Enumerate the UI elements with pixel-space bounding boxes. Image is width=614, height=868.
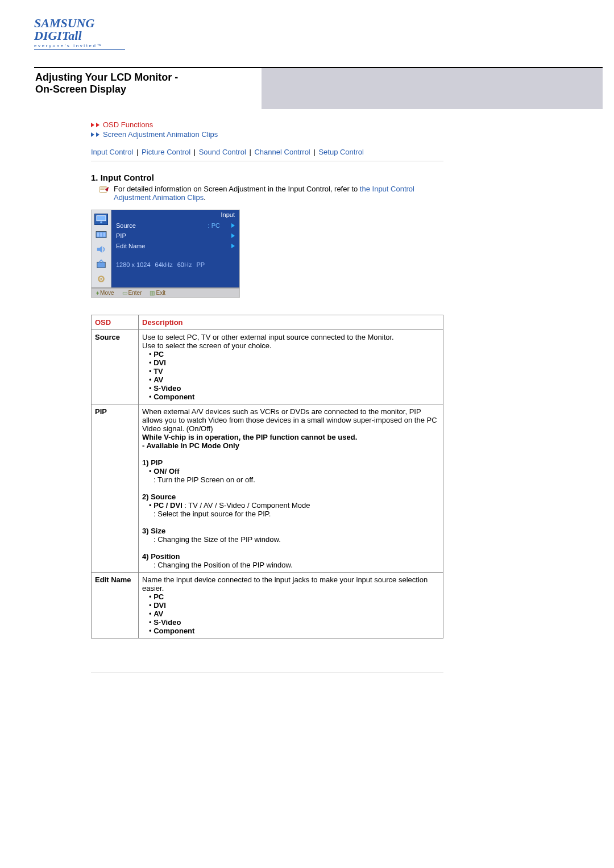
arrow-icon xyxy=(91,130,93,139)
picture-icon xyxy=(95,229,107,240)
osd-preview-panel: Input Source : PC PIP E xyxy=(91,210,240,298)
updown-icon: ♦ xyxy=(96,290,99,296)
page-title-line2: On-Screen Display xyxy=(34,84,603,95)
row-source-desc: Use to select PC, TV or other external i… xyxy=(139,330,443,404)
separator: | xyxy=(313,148,315,156)
arrow-icon xyxy=(96,130,99,139)
setup-icon xyxy=(95,274,107,284)
osd-row-pip: PIP xyxy=(116,231,235,241)
row-editname-desc: Name the input device connected to the i… xyxy=(139,573,443,639)
row-source: Source xyxy=(92,330,139,404)
svg-rect-7 xyxy=(97,262,105,268)
channel-icon xyxy=(95,259,107,269)
section-intro: For detailed information on Screen Adjus… xyxy=(99,185,443,202)
osd-label: PIP xyxy=(116,232,220,239)
table-row: Source Use to select PC, TV or other ext… xyxy=(92,330,443,404)
brand-tagline: everyone's invited™ xyxy=(34,43,125,48)
osd-footer: ♦Move ▭Enter ▥Exit xyxy=(92,288,239,297)
row-pip: PIP xyxy=(92,404,139,573)
row-pip-desc: When external A/V devices such as VCRs o… xyxy=(139,404,443,573)
osd-menu-title: Input xyxy=(111,210,239,218)
osd-category-icons xyxy=(92,210,111,287)
osd-value: : PC xyxy=(208,222,220,229)
svg-point-2 xyxy=(100,222,102,224)
section-tabs: Input Control | Picture Control | Sound … xyxy=(91,148,443,156)
chevron-right-icon xyxy=(231,223,235,228)
osd-label: Source xyxy=(116,222,208,229)
osd-foot-exit: Exit xyxy=(156,290,165,296)
osd-mode: PP xyxy=(196,261,205,268)
col-osd: OSD xyxy=(92,315,139,330)
link-osd-functions[interactable]: OSD Functions xyxy=(103,120,153,129)
enter-icon: ▭ xyxy=(122,290,127,296)
sound-icon xyxy=(95,244,107,254)
osd-resolution: 1280 x 1024 xyxy=(116,261,151,268)
chevron-right-icon xyxy=(231,233,235,238)
divider xyxy=(91,673,443,673)
osd-row-source: Source : PC xyxy=(116,220,235,231)
tab-setup-control[interactable]: Setup Control xyxy=(318,148,364,156)
note-icon xyxy=(99,186,109,194)
osd-description-table: OSD Description Source Use to select PC,… xyxy=(91,315,443,639)
osd-hfreq: 64kHz xyxy=(155,261,173,268)
row-editname: Edit Name xyxy=(92,573,139,639)
top-nav: OSD Functions Screen Adjustment Animatio… xyxy=(91,120,443,139)
page-title-line1: Adjusting Your LCD Monitor - xyxy=(34,72,603,84)
link-screen-adjustment-clips[interactable]: Screen Adjustment Animation Clips xyxy=(103,130,218,139)
arrow-icon xyxy=(91,120,93,129)
svg-rect-4 xyxy=(97,232,99,236)
tab-channel-control[interactable]: Channel Contrrol xyxy=(254,148,310,156)
intro-suffix: . xyxy=(204,193,206,202)
col-description: Description xyxy=(139,315,443,330)
osd-foot-move: Move xyxy=(100,290,114,296)
separator: | xyxy=(249,148,251,156)
table-row: PIP When external A/V devices such as VC… xyxy=(92,404,443,573)
osd-row-editname: Edit Name xyxy=(116,241,235,251)
intro-text: For detailed information on Screen Adjus… xyxy=(114,185,360,193)
svg-rect-6 xyxy=(103,232,106,236)
svg-rect-1 xyxy=(97,216,106,221)
osd-vfreq: 60Hz xyxy=(177,261,192,268)
osd-foot-enter: Enter xyxy=(128,290,142,296)
page-header: Adjusting Your LCD Monitor - On-Screen D… xyxy=(34,67,603,109)
divider xyxy=(91,161,443,161)
section-heading: 1. Input Control xyxy=(91,173,443,182)
exit-icon: ▥ xyxy=(150,290,155,296)
tab-sound-control[interactable]: Sound Control xyxy=(199,148,246,156)
separator: | xyxy=(194,148,196,156)
tab-input-control[interactable]: Input Control xyxy=(91,148,133,156)
arrow-icon xyxy=(96,120,99,129)
svg-point-9 xyxy=(100,278,102,280)
chevron-right-icon xyxy=(231,244,235,248)
osd-label: Edit Name xyxy=(116,243,220,249)
separator: | xyxy=(136,148,138,156)
osd-status-bar: 1280 x 1024 64kHz 60Hz PP xyxy=(116,251,235,268)
brand-name: SAMSUNG DIGITall xyxy=(34,17,125,42)
input-icon xyxy=(94,214,108,225)
brand-logo: SAMSUNG DIGITall everyone's invited™ xyxy=(34,17,125,50)
table-row: Edit Name Name the input device connecte… xyxy=(92,573,443,639)
svg-rect-5 xyxy=(100,232,102,236)
tab-picture-control[interactable]: Picture Control xyxy=(142,148,190,156)
